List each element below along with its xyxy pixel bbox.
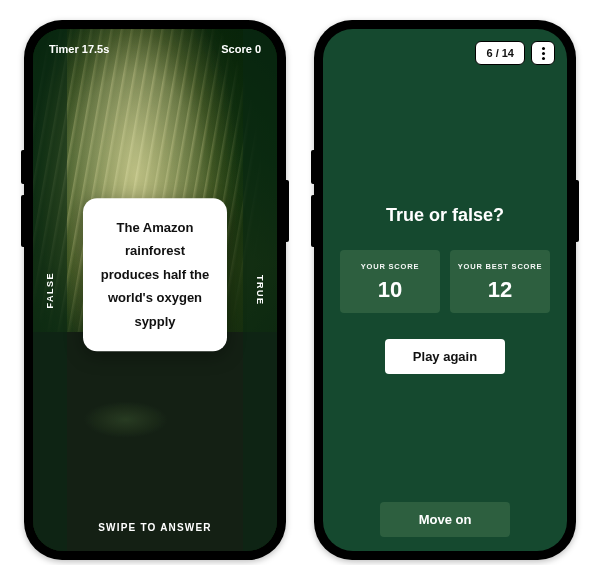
phone-mockup-results: 6 / 14 True or false? YOUR SCORE 10 YOUR… bbox=[314, 20, 576, 560]
quiz-screen: FALSE TRUE Timer 17.5s Score 0 The Amazo… bbox=[33, 29, 277, 551]
device-power-button bbox=[576, 180, 579, 242]
device-power-button bbox=[286, 180, 289, 242]
best-score-value: 12 bbox=[456, 277, 544, 303]
best-score-label: YOUR BEST SCORE bbox=[456, 262, 544, 271]
play-again-button[interactable]: Play again bbox=[385, 339, 505, 374]
question-card[interactable]: The Amazon rainforest produces half the … bbox=[83, 198, 227, 351]
false-label: FALSE bbox=[45, 272, 55, 309]
score-row: YOUR SCORE 10 YOUR BEST SCORE 12 bbox=[340, 250, 550, 313]
results-top-bar: 6 / 14 bbox=[475, 41, 555, 65]
kebab-menu-icon[interactable] bbox=[531, 41, 555, 65]
swipe-hint: SWIPE TO ANSWER bbox=[33, 522, 277, 533]
your-score-value: 10 bbox=[346, 277, 434, 303]
swipe-target-false[interactable]: FALSE bbox=[33, 29, 67, 551]
quiz-status-bar: Timer 17.5s Score 0 bbox=[49, 43, 261, 55]
question-text: The Amazon rainforest produces half the … bbox=[101, 220, 209, 329]
true-label: TRUE bbox=[255, 275, 265, 306]
your-score-label: YOUR SCORE bbox=[346, 262, 434, 271]
your-score-box: YOUR SCORE 10 bbox=[340, 250, 440, 313]
progress-counter: 6 / 14 bbox=[475, 41, 525, 65]
move-on-button[interactable]: Move on bbox=[380, 502, 510, 537]
phone-mockup-quiz: FALSE TRUE Timer 17.5s Score 0 The Amazo… bbox=[24, 20, 286, 560]
results-screen: 6 / 14 True or false? YOUR SCORE 10 YOUR… bbox=[323, 29, 567, 551]
results-title: True or false? bbox=[386, 205, 504, 226]
best-score-box: YOUR BEST SCORE 12 bbox=[450, 250, 550, 313]
timer-text: Timer 17.5s bbox=[49, 43, 109, 55]
swipe-target-true[interactable]: TRUE bbox=[243, 29, 277, 551]
score-text: Score 0 bbox=[221, 43, 261, 55]
